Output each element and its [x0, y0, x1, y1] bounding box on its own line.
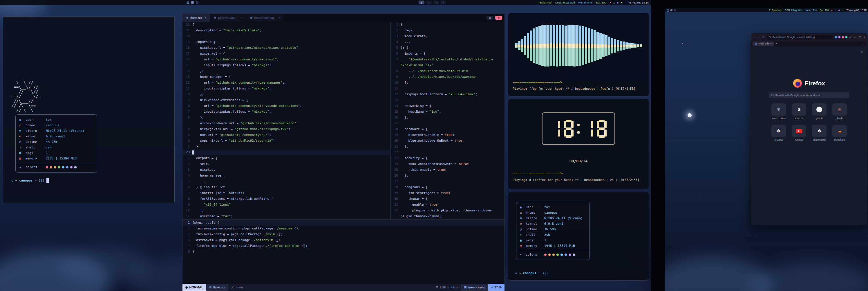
code-line[interactable]: 3 astronvim = pkgs.callPackage ./astronv… [183, 237, 504, 243]
launcher-icon[interactable]: ▤ [187, 1, 189, 4]
code-line[interactable]: 9 nix-vscode-extensions = { [183, 97, 390, 103]
tile-chatgpt[interactable]: ✻chatgpt [770, 125, 788, 141]
tile-youtube[interactable]: youtube [790, 125, 808, 141]
tag-indicator-active[interactable] [191, 1, 194, 4]
code-line[interactable]: 7 inputs.nixpkgs.follows = "nixpkgs"; [183, 109, 390, 115]
code-line[interactable]: 27 [391, 179, 504, 184]
tag-indicator-active[interactable] [671, 9, 673, 11]
code-line[interactable]: 2 sops-nix.url = "github:Mic92/sops-nix"… [183, 138, 390, 144]
tile-claude[interactable]: ✳claude [831, 104, 848, 120]
code-line[interactable]: 8 url = "github:nix-community/nix-vscode… [183, 103, 390, 109]
code-line[interactable]: 31 enable = true; [391, 202, 504, 208]
code-line[interactable]: 1{pkgs, ...}: { [183, 220, 504, 226]
tray-icon[interactable]: ◈ [838, 9, 840, 11]
code-line[interactable]: 2 tux-nvim-config = pkgs.callPackage ./n… [183, 231, 504, 237]
code-line[interactable]: 6 imports = [ [391, 51, 504, 57]
extension-icon[interactable] [838, 36, 840, 38]
code-line[interactable]: 14 networking = { [391, 103, 504, 109]
code-line[interactable]: 4 home-manager, [183, 173, 390, 179]
shell-prompt[interactable]: ⌂ → canopus ~ ⟩⟩⟩ [11, 178, 49, 183]
tab-overflow-chevron-icon[interactable]: ⌄ [863, 42, 865, 45]
tray-icon[interactable]: ♫ [834, 9, 836, 11]
code-line[interactable]: 8 ../../modules/nixos/default.nix [391, 68, 504, 74]
tag-indicator[interactable] [674, 9, 676, 11]
tab-close-icon[interactable]: × [241, 16, 243, 20]
code-line[interactable]: 5} [183, 249, 504, 255]
code-line[interactable]: 13 home-manager = { [183, 74, 390, 80]
new-tab-button[interactable]: + [776, 42, 777, 45]
code-line[interactable]: 17 nixos-wsl = { [183, 51, 390, 57]
editor-window[interactable]: ❄flake.nix×❄pkgs/default...×❄hosts/isoIm… [182, 13, 505, 291]
workspace-button-2[interactable]: 2 [426, 1, 432, 4]
code-line[interactable]: 21 }; [391, 144, 504, 150]
code-line[interactable]: n-cd-minimal.nix" [391, 62, 504, 68]
maximize-button[interactable]: ▢ [859, 36, 861, 39]
extension-icon[interactable] [842, 36, 844, 38]
extension-icon[interactable] [845, 36, 847, 38]
code-line[interactable]: 21 description = "tux's NixOS Flake"; [183, 28, 390, 33]
code-line[interactable]: 13 [391, 97, 504, 103]
editor-tab-hosts-isoImag-[interactable]: ❄hosts/isoImag..× [246, 13, 284, 22]
shell-prompt[interactable]: ⌂ → canopus ~ ⟩⟩⟩ [515, 271, 552, 275]
code-line[interactable]: 5 nixos-hardware.url = "github:nixos/nix… [183, 120, 390, 126]
split-iso-config[interactable]: 1{2 pkgs,3 modulesPath,4 ...5}: {6 impor… [391, 22, 504, 219]
code-line[interactable]: 5}: { [391, 45, 504, 51]
code-line[interactable]: 14 }; [183, 68, 390, 74]
code-line[interactable]: 7 "${modulesPath}/installer/cd-dvd/insta… [391, 57, 504, 62]
code-line[interactable]: 4 firefox-mod-blur = pkgs.callPackage ./… [183, 243, 504, 249]
code-line[interactable]: 8 forAllSystems = nixpkgs.lib.genAttrs [ [183, 196, 390, 202]
code-line[interactable]: 9 "x86_64-linux" [183, 202, 390, 208]
newtab-search-bar[interactable]: Search with Google or enter address [769, 92, 849, 98]
tab-close-icon[interactable]: × [205, 16, 207, 20]
code-line[interactable]: 3 modulesPath, [391, 33, 504, 39]
code-line[interactable]: 18 hardware = { [391, 126, 504, 132]
code-line[interactable]: 9 ../../modules/nixos/desktop/awesome [391, 74, 504, 80]
code-line[interactable]: 23 [183, 150, 390, 155]
code-line[interactable]: 4 nixpkgs-f2k.url = "github:moni-dz/nixp… [183, 126, 390, 132]
code-line[interactable]: 1 tux-awesome-wm-config = pkgs.callPacka… [183, 226, 504, 231]
code-line[interactable]: 32 plugins = with pkgs.xfce; [thunar-arc… [391, 208, 504, 213]
code-line[interactable]: 23 security = { [391, 155, 504, 161]
code-line[interactable]: 3 nur.url = "github:nix-community/nur"; [183, 132, 390, 138]
tile-github[interactable]: github [810, 104, 828, 120]
workspace-button-1[interactable]: 1 [418, 1, 425, 4]
tag-indicator[interactable] [196, 1, 198, 4]
workspace-button-3[interactable]: 3 [433, 1, 439, 4]
code-line[interactable]: 1 outputs = { [183, 155, 390, 161]
code-line[interactable]: 20 [183, 33, 390, 39]
address-bar[interactable]: Search with Google or enter address [767, 35, 833, 39]
code-line[interactable]: 26 }; [391, 173, 504, 179]
code-line[interactable]: 1 }; [183, 144, 390, 150]
split-flake-nix[interactable]: 22{21 description = "tux's NixOS Flake";… [183, 22, 390, 219]
tray-icon[interactable]: ◈ [617, 1, 619, 4]
eye-toggle-button[interactable]: ◉ [487, 16, 493, 20]
code-line[interactable]: 18 nixpkgs.url = "github:nixos/nixpkgs/n… [183, 45, 390, 51]
code-line[interactable]: 19 inputs = { [183, 39, 390, 45]
launcher-icon[interactable]: ▤ [666, 9, 669, 12]
code-line[interactable]: 28 programs = { [391, 184, 504, 190]
tab-close-icon[interactable]: × [278, 16, 280, 20]
tile-cloudflare[interactable]: ☁cloudflare [831, 125, 848, 141]
code-line[interactable]: 22{ [183, 22, 390, 28]
tray-icon[interactable]: ● [610, 1, 611, 4]
close-button[interactable]: × [864, 36, 865, 39]
code-line[interactable]: plugin thunar-volman]; [391, 213, 504, 219]
code-line[interactable]: 24 sudo.wheelNeedsPassword = false; [391, 161, 504, 167]
newtab-settings-gear-icon[interactable]: ⚙ [860, 50, 863, 54]
code-line[interactable]: 16 }; [391, 115, 504, 120]
code-line[interactable]: 6 }; [183, 115, 390, 120]
tray-icon[interactable]: ✦ [621, 1, 623, 4]
tab-close-icon[interactable]: × [770, 42, 772, 45]
back-button[interactable]: ← [753, 36, 756, 39]
code-line[interactable]: 25 rtkit.enable = true; [391, 167, 504, 173]
code-line[interactable]: 10 }; [183, 91, 390, 97]
editor-tab-flake-nix[interactable]: ❄flake.nix× [183, 13, 210, 22]
split-pkgs-default[interactable]: 1{pkgs, ...}: {1 tux-awesome-wm-config =… [183, 220, 504, 255]
code-line[interactable]: 17 [391, 120, 504, 126]
code-line[interactable]: 30 thunar = { [391, 196, 504, 202]
code-line[interactable]: 15 hostName = "iso"; [391, 109, 504, 115]
code-line[interactable]: 12 nixpkgs.hostPlatform = "x86_64-linux"… [391, 91, 504, 97]
code-line[interactable]: 4 ... [391, 39, 504, 45]
firefox-window[interactable]: ← → ⟳ Search with Google or enter addres… [751, 33, 867, 225]
extension-icon[interactable] [835, 36, 837, 38]
